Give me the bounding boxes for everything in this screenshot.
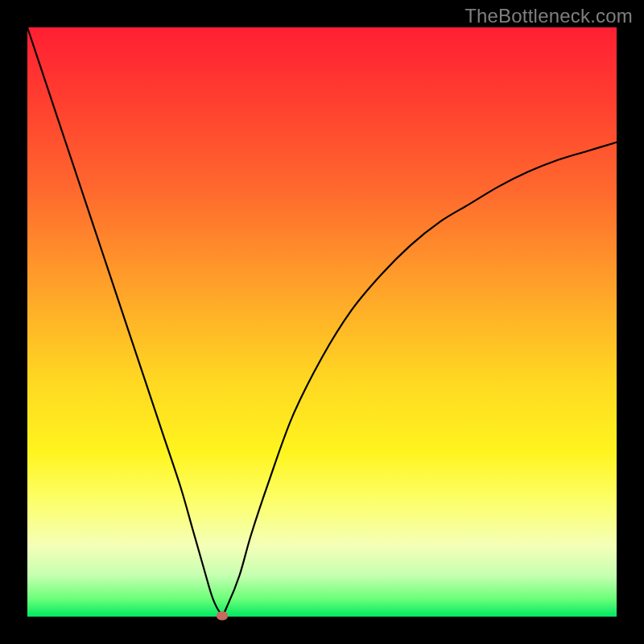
- plot-area: [27, 27, 617, 617]
- watermark-text: TheBottleneck.com: [464, 5, 633, 27]
- chart-frame: TheBottleneck.com: [0, 0, 644, 644]
- bottleneck-curve: [27, 27, 617, 617]
- min-marker: [217, 611, 228, 620]
